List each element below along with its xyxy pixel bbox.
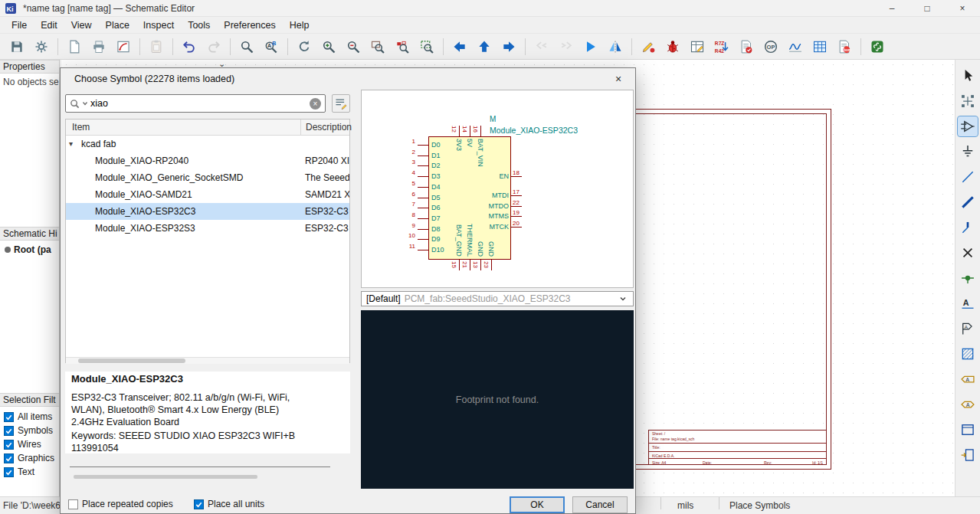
hierarchy-root-label: Root (pa xyxy=(14,244,51,255)
navigate-back-button[interactable] xyxy=(448,36,471,57)
select-button[interactable] xyxy=(958,66,978,86)
global-label-button[interactable]: A xyxy=(958,395,978,414)
symbol-list-hscrollbar[interactable] xyxy=(66,357,349,364)
filter-item-symbols[interactable]: Symbols xyxy=(0,424,59,437)
navigate-forward-button[interactable] xyxy=(497,36,520,57)
ok-button[interactable]: OK xyxy=(510,496,565,513)
sheet-pin-button[interactable] xyxy=(958,445,978,465)
checkbox-text[interactable] xyxy=(4,467,14,477)
rule-area-button[interactable] xyxy=(958,344,978,364)
find-button[interactable] xyxy=(235,36,258,57)
symbol-row-module-xiao-esp32c3[interactable]: Module_XIAO-ESP32C3ESP32-C3 Tra xyxy=(66,203,349,220)
close-button[interactable]: × xyxy=(945,0,980,17)
column-header-item[interactable]: Item xyxy=(72,119,90,135)
no-connect-button[interactable] xyxy=(958,243,978,263)
menu-inspect[interactable]: Inspect xyxy=(136,17,181,34)
zoom-out-button[interactable] xyxy=(342,36,365,57)
undo-button[interactable] xyxy=(178,36,201,57)
pin-name: MTDI xyxy=(461,192,509,199)
simulator-button[interactable] xyxy=(784,36,807,57)
symbol-fields-table-button[interactable] xyxy=(808,36,831,57)
refresh-button[interactable] xyxy=(293,36,316,57)
hierarchy-root-item[interactable]: Root (pa xyxy=(0,241,59,255)
filter-item-graphics[interactable]: Graphics xyxy=(0,451,59,465)
details-hscrollbar[interactable] xyxy=(74,475,257,479)
filter-item-wires[interactable]: Wires xyxy=(0,437,59,451)
symbol-row-module-xiao-rp2040[interactable]: Module_XIAO-RP2040RP2040 XIAO xyxy=(66,152,349,169)
checkbox-wires[interactable] xyxy=(4,440,14,450)
net-class-directive-button[interactable]: A xyxy=(958,319,978,339)
cancel-button[interactable]: Cancel xyxy=(572,496,628,513)
column-header-description[interactable]: Description xyxy=(300,119,352,135)
mirror-button[interactable] xyxy=(604,36,627,57)
dialog-titlebar[interactable]: Choose Symbol (22278 items loaded) × xyxy=(61,68,635,90)
minimize-button[interactable]: – xyxy=(874,0,910,17)
zoom-objects-button[interactable] xyxy=(391,36,414,57)
print-button[interactable] xyxy=(87,36,110,57)
net-label-button[interactable]: A xyxy=(958,293,978,313)
junction-button[interactable] xyxy=(958,268,978,288)
filter-item-all-items[interactable]: All items xyxy=(0,410,59,424)
maximize-button[interactable]: □ xyxy=(910,0,945,17)
edit-symbol-fields-button[interactable] xyxy=(686,36,709,57)
scripting-console-button[interactable] xyxy=(866,36,889,57)
dialog-close-icon[interactable]: × xyxy=(609,72,628,86)
checkbox-graphics[interactable] xyxy=(4,453,14,463)
place-power-button[interactable] xyxy=(958,142,978,162)
scrollbar-thumb[interactable] xyxy=(78,358,185,363)
plot-button[interactable] xyxy=(112,36,135,57)
checkbox-all-items[interactable] xyxy=(4,412,14,422)
menu-tools[interactable]: Tools xyxy=(181,17,217,34)
menu-preferences[interactable]: Preferences xyxy=(217,17,282,34)
chevron-down-icon[interactable]: ▾ xyxy=(69,136,73,152)
checkbox-place-repeated-copies[interactable] xyxy=(68,499,78,509)
schematic-setup-button[interactable] xyxy=(30,36,53,57)
pin-line xyxy=(418,239,428,240)
menu-file[interactable]: File xyxy=(5,17,34,34)
zoom-fit-button[interactable] xyxy=(366,36,389,57)
operating-point-button[interactable]: OP xyxy=(759,36,782,57)
symbol-group-row[interactable]: ▾kcad fab xyxy=(66,136,349,152)
search-value[interactable]: xiao xyxy=(90,98,307,109)
hierarchy-panel-header[interactable]: Schematic Hi xyxy=(0,227,59,241)
properties-panel-header[interactable]: Properties xyxy=(0,60,59,74)
grid-origin-button[interactable] xyxy=(958,91,978,111)
menu-view[interactable]: View xyxy=(64,17,99,34)
symbol-row-module-xiao-esp32s3[interactable]: Module_XIAO-ESP32S3ESP32-C3 Tra xyxy=(66,220,349,237)
run-erc-button[interactable] xyxy=(579,36,602,57)
selection-filter-header[interactable]: Selection Filt xyxy=(0,393,59,407)
draw-wire-button[interactable] xyxy=(958,167,978,187)
navigate-up-button[interactable] xyxy=(473,36,496,57)
checkbox-place-all-units[interactable] xyxy=(194,499,204,509)
zoom-selection-button[interactable] xyxy=(415,36,438,57)
page-settings-button[interactable] xyxy=(63,36,86,57)
footprint-select[interactable]: [Default] PCM_fab:SeeedStudio_XIAO_ESP32… xyxy=(361,291,634,306)
annotate-button[interactable] xyxy=(637,36,660,57)
symbol-search-input[interactable]: xiao × xyxy=(65,94,326,113)
menu-edit[interactable]: Edit xyxy=(34,17,64,34)
wire-bus-entry-button[interactable] xyxy=(958,218,978,237)
update-symbols-button[interactable]: R7ZR42 xyxy=(710,36,733,57)
draw-bus-button[interactable] xyxy=(958,192,978,212)
find-replace-button[interactable]: BA xyxy=(260,36,283,57)
hierarchical-sheet-button[interactable] xyxy=(958,420,978,440)
bom-button[interactable]: bom xyxy=(833,36,856,57)
clear-search-icon[interactable]: × xyxy=(310,98,321,110)
checkbox-symbols[interactable] xyxy=(4,426,14,436)
menu-place[interactable]: Place xyxy=(99,17,136,34)
status-separator xyxy=(660,497,661,509)
search-filter-button[interactable] xyxy=(332,94,350,113)
save-button[interactable] xyxy=(5,36,28,57)
symbol-row-module-xiao-samd21[interactable]: Module_XIAO-SAMD21SAMD21 XIA xyxy=(66,186,349,203)
option-place-all-units[interactable]: Place all units xyxy=(194,499,264,509)
option-place-repeated-copies[interactable]: Place repeated copies xyxy=(68,499,173,509)
erc-report-button[interactable] xyxy=(735,36,758,57)
search-menu-chevron-icon[interactable] xyxy=(82,100,88,106)
menu-help[interactable]: Help xyxy=(283,17,316,34)
symbol-row-module-xiao-generic-socketsmd[interactable]: Module_XIAO_Generic_SocketSMDThe Seeed S… xyxy=(66,169,349,186)
filter-item-text[interactable]: Text xyxy=(0,465,59,479)
erc-button[interactable] xyxy=(661,36,684,57)
zoom-in-button[interactable] xyxy=(317,36,340,57)
place-symbol-button[interactable] xyxy=(958,116,978,136)
hierarchical-label-button[interactable]: A xyxy=(958,369,978,389)
